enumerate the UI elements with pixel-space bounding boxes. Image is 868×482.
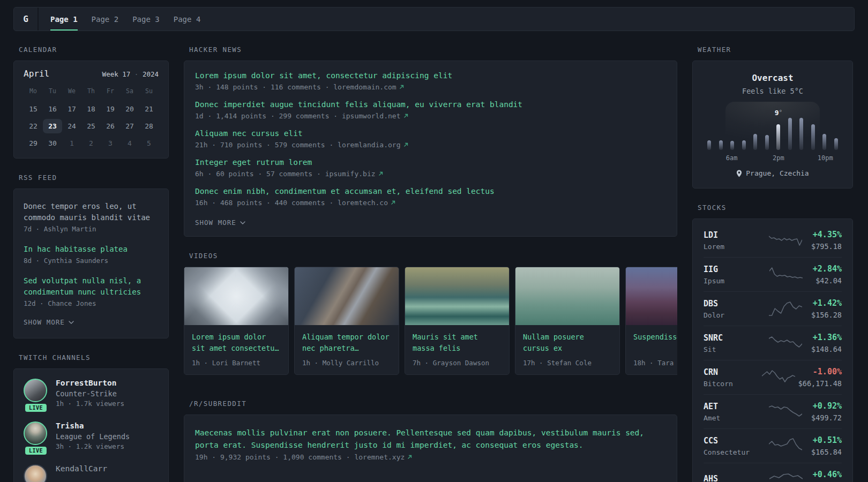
stock-id: CCSConsectetur (704, 436, 759, 456)
twitch-channel[interactable]: LIVEForrestBurtonCounter-Strike1h · 1.7k… (24, 379, 159, 408)
video-card[interactable]: Aliquam tempor dolor nec pharetra…1h · M… (294, 267, 399, 375)
weather-bar (834, 138, 838, 150)
hn-item: Lorem ipsum dolor sit amet, consectetur … (195, 71, 666, 91)
rss-card: Donec tempor eros leo, ut commodo mauris… (13, 189, 169, 338)
stock-price: $42.04 (813, 276, 842, 285)
stock-price: $156.28 (811, 311, 842, 319)
rss-item-title[interactable]: Donec tempor eros leo, ut commodo mauris… (24, 201, 159, 223)
video-title[interactable]: Mauris sit amet massa felis (413, 332, 502, 354)
videos-carousel[interactable]: Lorem ipsum dolor sit amet consectetu…1h… (184, 267, 677, 375)
post-meta-text: 3h · 148 points · 116 comments · loremdo… (195, 83, 396, 91)
video-meta: 17h · Stefan Cole (523, 359, 612, 367)
sparkline-chart (769, 472, 803, 482)
weather-bars (704, 117, 842, 150)
app-logo[interactable]: G (14, 7, 39, 31)
stock-sparkline (759, 301, 811, 317)
show-more-label: SHOW MORE (195, 219, 236, 227)
hn-item-title[interactable]: Lorem ipsum dolor sit amet, consectetur … (195, 71, 666, 81)
hn-item-title[interactable]: Donec imperdiet augue tincidunt felis al… (195, 100, 666, 110)
post-meta-text: 16h · 468 points · 440 comments · loremt… (195, 199, 388, 207)
channel-name[interactable]: ForrestBurton (56, 379, 124, 387)
video-card[interactable]: Suspendisse diam18h · Tara (625, 267, 677, 375)
weather-card: Overcast Feels like 5°C 6am2pm10pm9° Pra… (692, 61, 853, 189)
video-card[interactable]: Mauris sit amet massa felis7h · Grayson … (405, 267, 510, 375)
weather-title: WEATHER (698, 46, 853, 54)
stock-name: Lorem (704, 243, 759, 251)
separator-dot: · (134, 70, 143, 78)
stock-row[interactable]: IIGIpsum+2.84%$42.04 (704, 257, 842, 291)
stock-row[interactable]: DBSDolor+1.42%$156.28 (704, 291, 842, 326)
stock-symbol: AET (704, 402, 759, 411)
tab-page-1[interactable]: Page 1 (50, 7, 78, 31)
rss-item: Donec tempor eros leo, ut commodo mauris… (24, 201, 159, 233)
twitch-channel[interactable]: KendallCarr (24, 464, 159, 482)
stock-change: +0.92% (811, 401, 842, 411)
stock-id: IIGIpsum (704, 265, 759, 285)
tab-page-2[interactable]: Page 2 (92, 7, 119, 31)
weather-chart: 6am2pm10pm9° (702, 102, 843, 162)
twitch-avatar (24, 421, 47, 445)
video-title[interactable]: Nullam posuere cursus ex (523, 332, 612, 354)
weather-bar (730, 141, 734, 150)
weekday-header: Mo (24, 85, 43, 99)
post-meta-text: 19h · 9,932 points · 1,090 comments · lo… (195, 453, 405, 461)
post-meta: 1d · 1,414 points · 299 comments · ipsum… (195, 112, 666, 120)
video-card[interactable]: Lorem ipsum dolor sit amet consectetu…1h… (184, 267, 289, 375)
video-title[interactable]: Lorem ipsum dolor sit amet consectetu… (192, 332, 281, 354)
external-link-icon (407, 455, 412, 460)
stock-row[interactable]: CCSConsectetur+0.51%$165.84 (704, 428, 842, 463)
weekday-header: We (62, 85, 81, 99)
day-cell: 17 (62, 102, 81, 116)
video-card-body: Lorem ipsum dolor sit amet consectetu…1h… (184, 325, 288, 374)
video-title[interactable]: Aliquam tempor dolor nec pharetra… (302, 332, 391, 354)
stock-values: +2.84%$42.04 (813, 264, 842, 285)
stock-row[interactable]: AETAmet+0.92%$499.72 (704, 394, 842, 428)
stock-values: +0.46% (813, 470, 842, 482)
sparkline-chart (769, 438, 802, 454)
live-badge: LIVE (25, 404, 47, 412)
sparkline-chart (769, 301, 802, 317)
stock-price: $499.72 (811, 413, 842, 422)
sparkline-chart (769, 267, 803, 283)
hn-item-title[interactable]: Integer eget rutrum lorem (195, 157, 666, 168)
stock-row[interactable]: AHS+0.46% (704, 463, 842, 482)
stock-change: +2.84% (813, 264, 842, 274)
rss-show-more[interactable]: SHOW MORE (24, 318, 159, 326)
stock-row[interactable]: CRNBitcorn-1.00%$66,171.48 (704, 360, 842, 394)
post-title[interactable]: Maecenas mollis pulvinar erat non posuer… (195, 427, 666, 451)
stock-row[interactable]: LDILorem+4.35%$795.18 (704, 223, 842, 257)
feels-like-label: Feels like 5°C (702, 87, 843, 95)
video-meta: 1h · Molly Carrillo (302, 359, 391, 367)
channel-name[interactable]: Trisha (56, 421, 130, 430)
video-title[interactable]: Suspendisse diam (633, 332, 677, 354)
stock-name: Ipsum (704, 277, 759, 285)
hn-item-title[interactable]: Aliquam nec cursus elit (195, 129, 666, 139)
calendar-widget: CALENDAR April Week 17 · 2024 MoTuWeThFr… (13, 46, 169, 159)
channel-info: ForrestBurtonCounter-Strike1h · 1.7k vie… (56, 379, 124, 408)
external-link-icon (403, 114, 408, 118)
twitch-channel[interactable]: LIVETrishaLeague of Legends3h · 1.2k vie… (24, 421, 159, 450)
post-meta-text: 21h · 710 points · 579 comments · loreml… (195, 141, 401, 149)
stock-row[interactable]: SNRCSit+1.36%$148.64 (704, 326, 842, 360)
stock-name: Amet (704, 414, 759, 422)
stock-values: +1.36%$148.64 (811, 333, 842, 353)
weather-bar-current (776, 124, 780, 150)
hn-item-title[interactable]: Donec enim nibh, condimentum et accumsan… (195, 186, 666, 197)
weather-bar (753, 134, 757, 150)
weather-bar (707, 140, 711, 150)
stock-symbol: LDI (704, 230, 759, 240)
stock-sparkline (759, 472, 813, 482)
rss-item-title[interactable]: Sed volutpat nulla nisl, a condimentum n… (24, 275, 159, 298)
channel-name[interactable]: KendallCarr (56, 464, 107, 473)
stock-price: $795.18 (811, 242, 842, 251)
rss-item-title[interactable]: In hac habitasse platea (24, 244, 159, 255)
video-card[interactable]: Nullam posuere cursus ex17h · Stefan Col… (515, 267, 620, 375)
weather-location-row: Prague, Czechia (702, 169, 843, 177)
hn-show-more[interactable]: SHOW MORE (195, 219, 666, 227)
post-meta-text: 1d · 1,414 points · 299 comments · ipsum… (195, 112, 401, 120)
video-meta: 1h · Lori Barnett (192, 359, 281, 367)
stock-id: LDILorem (704, 230, 759, 251)
tab-page-4[interactable]: Page 4 (174, 7, 201, 31)
day-cell: 5 (139, 136, 159, 150)
tab-page-3[interactable]: Page 3 (132, 7, 160, 31)
